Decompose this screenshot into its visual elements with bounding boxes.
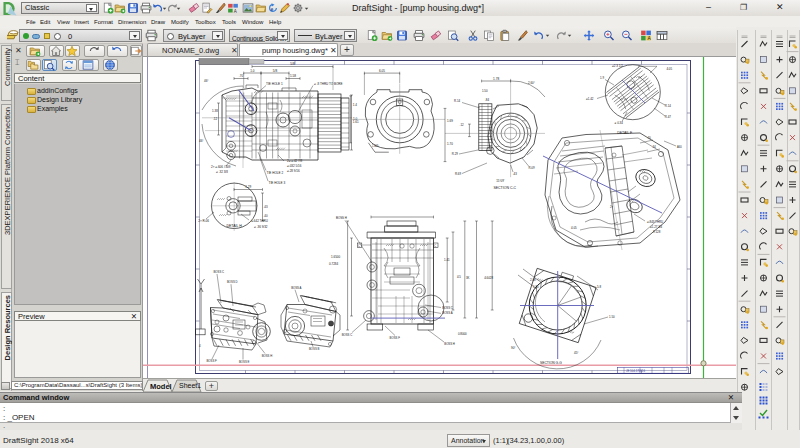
svg-text:⌀.843 THRU: ⌀.843 THRU — [647, 220, 663, 224]
svg-text:.70: .70 — [239, 74, 244, 78]
svg-text:1.78: 1.78 — [493, 77, 499, 81]
svg-text:0.7284: 0.7284 — [329, 262, 339, 266]
svg-text:TIE HOLE 1: TIE HOLE 1 — [266, 82, 283, 86]
svg-text:46°: 46° — [204, 79, 209, 83]
svg-text:A: A — [234, 9, 237, 14]
svg-text:BOSS F: BOSS F — [207, 359, 218, 363]
svg-text:⌀ .32 3/8: ⌀ .32 3/8 — [216, 170, 228, 174]
svg-text:1.0: 1.0 — [250, 69, 255, 73]
svg-text:2× ⌀.606 #309: 2× ⌀.606 #309 — [211, 165, 231, 169]
svg-text:R.29: R.29 — [452, 152, 458, 156]
svg-text:DETAIL H: DETAIL H — [226, 224, 242, 228]
svg-text:.84: .84 — [485, 98, 489, 102]
svg-text:.12: .12 — [460, 123, 464, 127]
svg-text:45°: 45° — [574, 351, 579, 355]
svg-text:1.61: 1.61 — [353, 120, 359, 124]
svg-text:R.69: R.69 — [455, 172, 461, 176]
svg-text:BOSS A: BOSS A — [442, 311, 452, 315]
svg-text:TIE HOLE 3: TIE HOLE 3 — [269, 181, 286, 185]
svg-text:TIE HOLE 2: TIE HOLE 2 — [267, 171, 284, 175]
svg-text:1.50: 1.50 — [609, 315, 615, 319]
svg-text:2.60°: 2.60° — [528, 81, 535, 85]
svg-text:1.50: 1.50 — [482, 89, 488, 93]
svg-text:0.8000: 0.8000 — [458, 332, 467, 336]
svg-text:9.128: 9.128 — [653, 230, 661, 234]
svg-text:⌀.28 9/16: ⌀.28 9/16 — [287, 169, 300, 173]
svg-text:BOSS B: BOSS B — [309, 347, 320, 351]
svg-text:4.05: 4.05 — [666, 67, 672, 71]
svg-text:2⌀ ⌀.42 7/8: 2⌀ ⌀.42 7/8 — [287, 159, 303, 163]
svg-text:1.58: 1.58 — [290, 74, 296, 78]
svg-text:C: C — [358, 244, 360, 248]
svg-text:15°09': 15°09' — [496, 179, 505, 183]
svg-text:R.47: R.47 — [665, 115, 671, 119]
svg-text:A60: A60 — [677, 145, 682, 149]
svg-text:1.9: 1.9 — [600, 76, 604, 80]
svg-text:90°: 90° — [511, 346, 516, 350]
svg-text:BOSS C: BOSS C — [342, 333, 353, 337]
svg-text:1.41: 1.41 — [444, 258, 450, 262]
svg-text:.34: .34 — [652, 145, 656, 149]
svg-text:SECTION C-C: SECTION C-C — [493, 186, 516, 190]
svg-text:2× R.06: 2× R.06 — [198, 219, 209, 223]
svg-text:BOSS H: BOSS H — [444, 342, 455, 346]
svg-text:⌀ .36 9/32: ⌀ .36 9/32 — [254, 225, 268, 229]
svg-text:4.5: 4.5 — [457, 275, 461, 279]
svg-text:R.09: R.09 — [528, 166, 534, 170]
svg-text:BOSS H: BOSS H — [262, 354, 273, 358]
svg-text:⌀ .8 THRU TO BORE: ⌀ .8 THRU TO BORE — [314, 82, 342, 86]
svg-text:2.08: 2.08 — [530, 278, 536, 282]
svg-text:⌀1.27 3/4: ⌀1.27 3/4 — [650, 225, 663, 229]
svg-text:1.70: 1.70 — [447, 142, 453, 146]
svg-text:JE 104-170916: JE 104-170916 — [626, 369, 645, 373]
svg-text:5/8: 5/8 — [290, 62, 295, 66]
svg-text:⌀ 0.34: ⌀ 0.34 — [615, 121, 624, 125]
svg-text:1.38: 1.38 — [212, 109, 218, 113]
svg-text:BOSS E: BOSS E — [239, 360, 250, 364]
svg-text:1.69: 1.69 — [447, 119, 453, 123]
svg-text:.70: .70 — [647, 136, 651, 140]
svg-text:46°: 46° — [199, 139, 204, 143]
svg-text:4.05: 4.05 — [571, 226, 577, 230]
svg-text:DETAIL F: DETAIL F — [617, 131, 632, 135]
svg-text:.43: .43 — [513, 172, 517, 176]
svg-text:⌀1.42: ⌀1.42 — [586, 97, 594, 101]
svg-text:C: C — [434, 244, 436, 248]
svg-text:5.8: 5.8 — [597, 285, 601, 289]
svg-text:.40: .40 — [264, 214, 268, 218]
svg-text:6.05: 6.05 — [379, 69, 385, 73]
svg-text:BOSS H: BOSS H — [336, 216, 347, 220]
svg-text:SECTION G-G: SECTION G-G — [540, 361, 562, 365]
svg-text:BOSS F: BOSS F — [390, 336, 401, 340]
svg-text:.43: .43 — [264, 205, 268, 209]
svg-text:BOSS A: BOSS A — [291, 286, 301, 290]
svg-text:R.14: R.14 — [665, 104, 671, 108]
svg-text:3K: 3K — [466, 276, 470, 280]
svg-text:2×: 2× — [610, 205, 613, 209]
svg-text:⌀.642 THRU: ⌀.642 THRU — [251, 219, 268, 223]
svg-text:1.4: 1.4 — [353, 103, 358, 107]
svg-text:BOSS D: BOSS D — [227, 280, 238, 284]
svg-text:BOSS C: BOSS C — [442, 306, 453, 310]
svg-text:1.29: 1.29 — [245, 185, 251, 189]
svg-text:1.90: 1.90 — [533, 285, 539, 289]
svg-text:⌀2.3 1/2: ⌀2.3 1/2 — [612, 64, 623, 68]
svg-text:⌀.032 5/16: ⌀.032 5/16 — [287, 164, 302, 168]
svg-text:1.6500: 1.6500 — [331, 255, 341, 259]
svg-text:BOSS C: BOSS C — [214, 270, 225, 274]
svg-text:1.605: 1.605 — [372, 144, 379, 148]
svg-text:.12: .12 — [213, 117, 218, 121]
svg-text:R.14: R.14 — [454, 99, 460, 103]
svg-text:A: A — [648, 36, 652, 41]
svg-text:4.6028: 4.6028 — [484, 276, 493, 280]
svg-text:5/8: 5/8 — [273, 69, 278, 73]
